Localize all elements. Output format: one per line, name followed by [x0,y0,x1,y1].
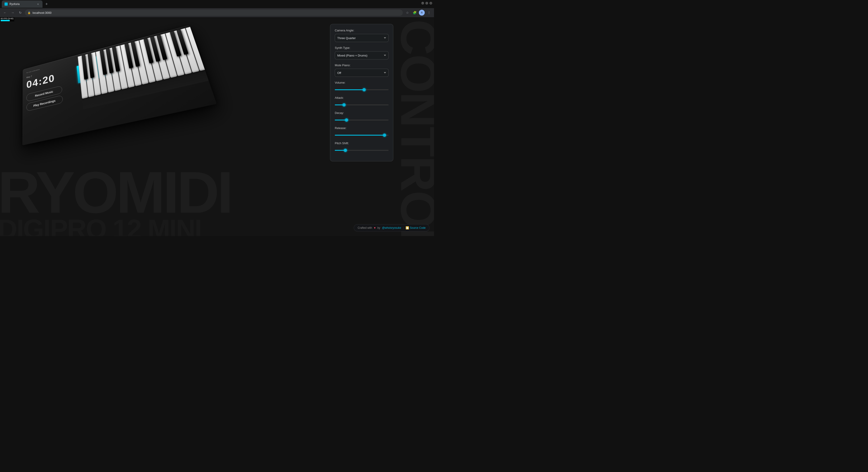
decay-label: Decay: [335,111,389,115]
synth-type-select[interactable]: Mixed (Piano + Drums) Piano Only Drums O… [335,51,389,59]
piano-left-panel: No new notifications May 7 04:20 Record … [22,55,83,145]
maximize-button[interactable]: □ [426,2,428,4]
author-link[interactable]: @whoisryosuke [382,226,401,229]
decay-slider[interactable] [335,120,389,121]
camera-angle-group: Camera Angle: Three Quarter Top Down Sid… [335,29,389,42]
release-label: Release: [335,126,389,130]
tab-bar: Ryofuria ✕ + — □ ✕ [0,0,434,8]
browser-chrome: Ryofuria ✕ + — □ ✕ ← → ↻ 🔒 localhost:300… [0,0,434,17]
footer-separator: - [403,226,404,229]
new-tab-button[interactable]: + [43,1,50,7]
attack-slider[interactable] [335,104,389,105]
forward-button[interactable]: → [9,9,16,16]
close-window-button[interactable]: ✕ [430,2,432,4]
source-code-link[interactable]: 📄 Source Code [406,226,426,229]
camera-angle-label: Camera Angle: [335,29,389,32]
mute-piano-group: Mute Piano: Off On [335,64,389,77]
attack-label: Attack: [335,96,389,99]
mute-piano-label: Mute Piano: [335,64,389,67]
synth-type-label: Synth Type: [335,46,389,50]
minimize-button[interactable]: — [421,2,424,4]
app-container: RYOMIDI DIGIPRO 12 MINI controls No new … [0,17,434,236]
address-bar[interactable]: 🔒 localhost:3000 [25,9,403,16]
extensions-button[interactable]: 🧩 [411,9,418,16]
url-display: localhost:3000 [33,11,52,14]
browser-actions: ☆ 🧩 R ⋮ [404,9,432,16]
by-text: by [377,226,380,229]
profile-avatar[interactable]: R [419,10,425,15]
piano-keys-area [78,25,209,109]
refresh-button[interactable]: ↻ [17,9,24,16]
volume-label: Volume: [335,81,389,84]
attack-group: Attack: [335,96,389,107]
piano-case: No new notifications May 7 04:20 Record … [22,25,217,145]
source-code-text[interactable]: Source Code [410,226,426,229]
crafted-text: Crafted with [358,226,372,229]
tab-close-button[interactable]: ✕ [36,2,40,6]
controls-panel: Camera Angle: Three Quarter Top Down Sid… [330,24,393,161]
pitch-shift-group: Pitch Shift: [335,141,389,153]
window-controls: — □ ✕ [421,2,432,4]
fps-counter: 60 FPS (9-60) [0,17,14,22]
active-tab[interactable]: Ryofuria ✕ [2,0,42,8]
mute-piano-select[interactable]: Off On [335,69,389,77]
footer: Crafted with ♥ by @whoisryosuke - 📄 Sour… [354,224,430,231]
tab-favicon [4,2,8,6]
back-button[interactable]: ← [2,9,8,16]
navigation-bar: ← → ↻ 🔒 localhost:3000 ☆ 🧩 R ⋮ [0,8,434,17]
menu-button[interactable]: ⋮ [426,9,432,16]
synth-type-group: Synth Type: Mixed (Piano + Drums) Piano … [335,46,389,59]
source-code-icon: 📄 [406,226,409,229]
volume-slider[interactable] [335,89,389,90]
pitch-shift-slider[interactable] [335,150,389,151]
profile-area[interactable]: R [418,9,425,16]
piano-visual: No new notifications May 7 04:20 Record … [0,29,226,182]
tab-title: Ryofuria [9,2,20,6]
bookmark-button[interactable]: ☆ [404,9,410,16]
camera-angle-select[interactable]: Three Quarter Top Down Side View Front V… [335,34,389,42]
heart-icon: ♥ [374,226,375,229]
volume-group: Volume: [335,81,389,92]
piano-3d-wrapper: No new notifications May 7 04:20 Record … [22,25,220,155]
background-text-right: controls [396,20,434,236]
fps-bar [1,20,10,21]
release-slider[interactable] [335,135,389,136]
decay-group: Decay: [335,111,389,122]
release-group: Release: [335,126,389,137]
pitch-shift-label: Pitch Shift: [335,141,389,145]
